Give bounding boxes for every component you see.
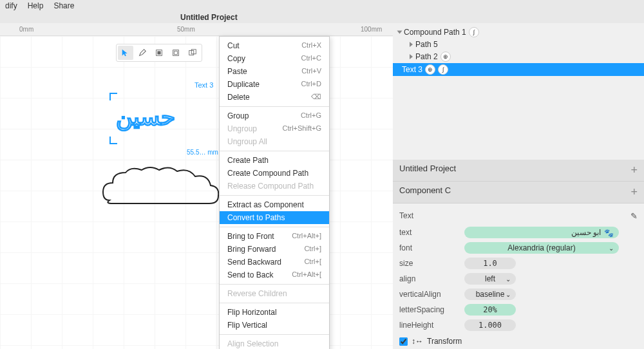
tool-shape-1[interactable] (151, 46, 167, 60)
tool-pointer[interactable] (118, 46, 133, 60)
menu-item-bring-forward[interactable]: Bring ForwardCtrl+] (220, 243, 329, 256)
menu-item-paste[interactable]: PasteCtrl+V (220, 65, 329, 78)
menu-item-extract-as-component[interactable]: Extract as Component (220, 198, 329, 211)
chevron-down-icon: ⌄ (506, 276, 511, 283)
svg-rect-1 (157, 51, 160, 54)
lineheight-input[interactable]: 1.000 (464, 319, 516, 331)
menu-help[interactable]: Help (28, 1, 44, 10)
menu-share[interactable]: Share (53, 1, 74, 10)
menu-bar: dify Help Share (0, 0, 644, 12)
prop-letterspacing: letterSpacing 20% (393, 302, 644, 317)
menu-separator (220, 106, 329, 107)
menu-modify[interactable]: dify (5, 1, 17, 10)
prop-lineheight: lineHeight 1.000 (393, 317, 644, 333)
text-section-header: Text ✎ (393, 207, 644, 225)
letterspacing-input[interactable]: 20% (464, 304, 516, 316)
transform-checkbox[interactable] (399, 337, 408, 346)
menu-item-copy[interactable]: CopyCtrl+C (220, 52, 329, 65)
layer-path-2[interactable]: Path 2 ⊕ (393, 50, 644, 63)
prop-font: font Alexandria (regular)⌄ (393, 240, 644, 256)
canvas-area: 0mm 50mm 100mm Text 3 حسين 55.5… mm CutC… (0, 23, 393, 349)
menu-item-flip-vertical[interactable]: Flip Vertical (220, 319, 329, 332)
selection-label: Text 3 (194, 81, 213, 89)
menu-item-create-compound-path[interactable]: Create Compound Path (220, 167, 329, 180)
menu-separator (220, 303, 329, 303)
prop-align: align left⌄ (393, 271, 644, 287)
menu-item-ungroup-all: Ungroup All (220, 135, 329, 148)
layers-panel: Compound Path 1 ∫ Path 5 Path 2 ⊕ Text 3… (393, 23, 644, 160)
tool-pen[interactable] (135, 46, 150, 60)
layer-text-3[interactable]: Text 3 ⊕ ∫ (393, 63, 644, 76)
menu-separator (220, 195, 329, 196)
text-input[interactable]: ابو حسين🐾 (464, 227, 619, 238)
menu-item-align-selection: Align Selection (220, 337, 329, 349)
section-project[interactable]: Untitled Project + (393, 160, 644, 182)
tool-shape-2[interactable] (168, 46, 184, 60)
valign-select[interactable]: baseline⌄ (464, 288, 516, 300)
menu-item-ungroup: UngroupCtrl+Shift+G (220, 122, 329, 135)
menu-item-delete[interactable]: Delete⌫ (220, 91, 329, 104)
menu-item-group[interactable]: GroupCtrl+G (220, 109, 329, 122)
menu-item-cut[interactable]: CutCtrl+X (220, 39, 329, 52)
expand-icon[interactable] (410, 54, 413, 59)
add-icon[interactable]: + (630, 185, 638, 199)
prop-size: size 1.0 (393, 256, 644, 271)
transform-section-header: ↕↔ Transform (393, 333, 644, 349)
menu-separator (220, 334, 329, 335)
context-menu: CutCtrl+XCopyCtrl+CPasteCtrl+VDuplicateC… (219, 36, 330, 349)
menu-item-send-to-back[interactable]: Send to BackCtrl+Alt+[ (220, 269, 329, 281)
right-panel: Compound Path 1 ∫ Path 5 Path 2 ⊕ Text 3… (393, 23, 644, 349)
add-icon[interactable]: + (630, 164, 638, 177)
layer-path-5[interactable]: Path 5 (393, 39, 644, 50)
prop-valign: verticalAlign baseline⌄ (393, 287, 644, 302)
text-object[interactable]: حسين (116, 104, 175, 131)
menu-item-send-backward[interactable]: Send BackwardCtrl+[ (220, 256, 329, 269)
align-select[interactable]: left⌄ (464, 273, 516, 285)
properties-panel: Text ✎ text ابو حسين🐾 font Alexandria (r… (393, 203, 644, 349)
menu-separator (220, 227, 329, 227)
tool-shape-3[interactable] (185, 46, 200, 60)
menu-item-bring-to-front[interactable]: Bring to FrontCtrl+Alt+] (220, 230, 329, 243)
path-icon: ∫ (469, 27, 479, 37)
section-component[interactable]: Component C + (393, 182, 644, 203)
menu-item-duplicate[interactable]: DuplicateCtrl+D (220, 78, 329, 91)
prop-text: text ابو حسين🐾 (393, 225, 644, 240)
paw-icon[interactable]: 🐾 (604, 229, 614, 238)
ruler-horizontal: 0mm 50mm 100mm (0, 23, 393, 36)
path-icon: ∫ (438, 64, 448, 75)
menu-item-release-compound-path: Release Compound Path (220, 180, 329, 193)
layer-compound-path[interactable]: Compound Path 1 ∫ (393, 26, 644, 39)
transform-icon: ↕↔ (412, 337, 423, 346)
menu-item-convert-to-paths[interactable]: Convert to Paths (220, 211, 329, 224)
size-input[interactable]: 1.0 (464, 258, 516, 269)
font-select[interactable]: Alexandria (regular)⌄ (464, 242, 619, 254)
menu-item-reverse-children: Reverse Children (220, 287, 329, 300)
menu-separator (220, 151, 329, 151)
edit-icon[interactable]: ✎ (630, 211, 638, 221)
title-bar: Untitled Project (0, 12, 644, 23)
dimension-label: 55.5… mm (187, 149, 218, 156)
chevron-down-icon: ⌄ (506, 291, 511, 298)
expand-icon[interactable] (410, 42, 413, 47)
move-icon: ⊕ (440, 52, 451, 62)
move-icon: ⊕ (425, 64, 435, 75)
floating-toolbar (116, 44, 202, 62)
menu-separator (220, 284, 329, 285)
menu-item-flip-horizontal[interactable]: Flip Horizontal (220, 306, 329, 319)
menu-item-create-path[interactable]: Create Path (220, 154, 329, 167)
canvas[interactable]: Text 3 حسين 55.5… mm CutCtrl+XCopyCtrl+C… (0, 36, 393, 349)
chevron-down-icon: ⌄ (609, 245, 614, 252)
expand-icon[interactable] (397, 31, 402, 34)
project-title: Untitled Project (180, 13, 238, 22)
path-object[interactable] (100, 165, 222, 213)
